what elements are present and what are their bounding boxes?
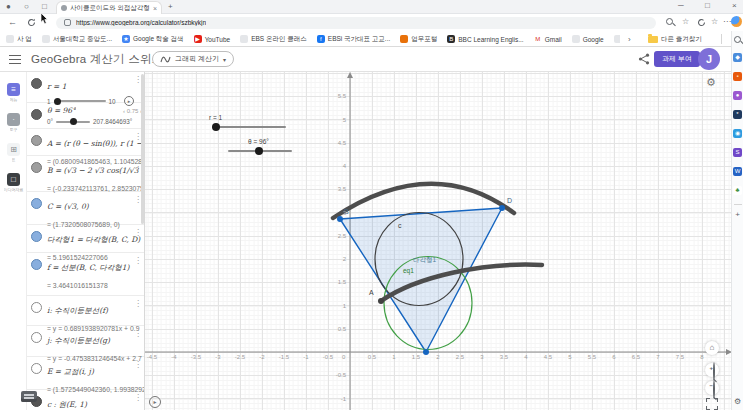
- bookmark-item[interactable]: 업무포털: [400, 35, 437, 44]
- left-strip-item[interactable]: ≡ 메뉴: [0, 83, 27, 102]
- algebra-row[interactable]: B = (√3 − 2 √3 cos(1/√3 θ), = (-0.233742…: [27, 156, 144, 192]
- assign-task-button[interactable]: 과제 부여: [654, 51, 700, 67]
- url-field[interactable]: https://www.geogebra.org/calculator/szbk…: [56, 17, 656, 29]
- sidebar-settings-icon[interactable]: ⚙: [734, 397, 741, 406]
- other-favorites-folder[interactable]: 다른 즐겨찾기: [648, 35, 702, 44]
- visibility-marble[interactable]: [31, 78, 42, 89]
- refresh-icon[interactable]: [27, 18, 36, 27]
- visibility-marble[interactable]: [31, 231, 42, 242]
- left-extension-strip: ≡ 메뉴 · 도구 ⊞ 표 □ 미디어자료: [0, 72, 27, 410]
- zoom-page-icon[interactable]: [666, 18, 673, 25]
- left-strip-item[interactable]: · 도구: [0, 113, 27, 132]
- bookmark-item[interactable]: EBS 온라인 클래스: [240, 35, 307, 44]
- row-menu-icon[interactable]: ⋮: [134, 256, 142, 295]
- animation-play-button[interactable]: ▸: [149, 396, 161, 408]
- slider-handle[interactable]: [70, 118, 77, 125]
- profile-icon[interactable]: ●: [6, 2, 11, 12]
- bookmark-item[interactable]: 사 업: [6, 35, 32, 44]
- visibility-marble[interactable]: [31, 259, 42, 270]
- graphics-settings-gear-icon[interactable]: ⚙: [706, 76, 716, 89]
- browser-profile-avatar[interactable]: [731, 16, 742, 27]
- visibility-marble[interactable]: [31, 135, 42, 146]
- slider-handle[interactable]: [255, 147, 263, 155]
- algebra-row[interactable]: A = (r (θ − sin(θ)), r (1 − cos(θ))) = (…: [27, 129, 144, 156]
- back-icon[interactable]: ←: [8, 17, 17, 27]
- slider-track[interactable]: [56, 121, 90, 123]
- row-menu-icon[interactable]: ⋮: [134, 228, 142, 252]
- new-tab-button[interactable]: +: [168, 2, 173, 12]
- bookmark-item[interactable]: 서울대학교 중앙도...: [42, 35, 112, 44]
- bookmark-item[interactable]: f EBSi 국가대표 고교...: [317, 35, 390, 44]
- row-menu-icon[interactable]: ⋮: [134, 299, 142, 325]
- algebra-row[interactable]: c : 원(E, 1) ⋮: [27, 390, 144, 410]
- visibility-marble[interactable]: [31, 302, 42, 313]
- visibility-marble[interactable]: [31, 198, 42, 209]
- bookmark-item[interactable]: ▶ YouTube: [194, 35, 231, 43]
- menu-hamburger-icon[interactable]: [9, 55, 21, 64]
- sidebar-add-icon[interactable]: +: [735, 210, 740, 219]
- bookmarks-overflow-icon[interactable]: ›: [628, 35, 631, 44]
- algebra-scrollbar[interactable]: [141, 74, 144, 224]
- more-options-icon[interactable]: ⋯: [723, 17, 731, 26]
- url-text: https://www.geogebra.org/calculator/szbk…: [76, 19, 206, 26]
- visibility-marble[interactable]: [31, 332, 42, 343]
- favorites-star-icon[interactable]: ☆: [682, 17, 689, 26]
- vertical-tabs-icon[interactable]: □: [42, 2, 47, 12]
- row-menu-icon[interactable]: ⋮: [134, 329, 142, 356]
- visibility-marble[interactable]: [31, 109, 42, 120]
- sidebar-search-icon[interactable]: [734, 36, 741, 43]
- algebra-row-theta[interactable]: θ = 96° ‹ 0.75 › 0° 207.8464693°: [27, 103, 144, 129]
- sidebar-app-icon[interactable]: ◆: [733, 53, 742, 62]
- bookmark-favicon: [400, 35, 408, 43]
- left-strip-item[interactable]: □ 미디어자료: [0, 173, 27, 192]
- tick-layer: -4.5-4-3.5-3-2.5-2-1.5-1-0.50.511.522.53…: [145, 72, 732, 410]
- bookmark-item[interactable]: B BBC Learning Englis...: [447, 35, 523, 43]
- bookmark-item[interactable]: Google: [572, 35, 604, 43]
- tab-close-icon[interactable]: ×: [153, 5, 157, 12]
- browser-tab[interactable]: 사이클로이드와 외접삼각형 - Ge... ×: [56, 1, 162, 14]
- visibility-marble[interactable]: [31, 162, 42, 173]
- row-menu-icon[interactable]: ⋮: [134, 360, 142, 389]
- slider-handle[interactable]: [212, 123, 220, 131]
- sync-icon[interactable]: [697, 18, 706, 27]
- visibility-marble[interactable]: [31, 363, 42, 374]
- sidebar-app-icon[interactable]: S: [733, 148, 742, 157]
- fullscreen-button[interactable]: [706, 398, 718, 410]
- graphics-slider-theta[interactable]: [228, 150, 292, 152]
- sidebar-app-icon[interactable]: ◉: [733, 129, 742, 138]
- animation-speed[interactable]: ‹ 0.75 ›: [123, 108, 142, 114]
- window-close-button[interactable]: ×: [732, 1, 737, 10]
- window-minimize-button[interactable]: ─: [678, 1, 684, 10]
- collections-icon[interactable]: ☆: [711, 17, 718, 26]
- algebra-row[interactable]: i: 수직이등분선(f) = y = 0.6891938920781x + 0.…: [27, 296, 144, 326]
- app-select-dropdown[interactable]: 그래픽 계산기 ▾: [152, 51, 234, 67]
- algebra-row[interactable]: E = 교점(i, j) = (1.5725449042360, 1.99382…: [27, 357, 144, 390]
- algebra-row[interactable]: 다각형1 = 다각형(B, C, D) = 5.1961524227066 ⋮: [27, 225, 144, 253]
- graphics-view[interactable]: B D c 다각형1 eq1 A -4.5-4-3.5-3-2.5-2-1.5-…: [145, 72, 732, 410]
- sidebar-app-icon[interactable]: ♣: [733, 186, 742, 195]
- sidebar-app-icon[interactable]: ●: [733, 91, 742, 100]
- keyboard-toggle-icon[interactable]: [21, 391, 37, 402]
- algebra-row[interactable]: j: 수직이등분선(g) = y = -0.4753831246454x + 2…: [27, 326, 144, 357]
- tab-group-icon[interactable]: ○: [24, 2, 29, 12]
- window-maximize-button[interactable]: □: [705, 1, 710, 10]
- bookmark-item[interactable]: M Gmail: [534, 35, 562, 43]
- bookmark-item[interactable]: ★ Google 학술 검색: [122, 35, 184, 44]
- algebra-row-r[interactable]: r = 1 1 10 ▸ ⋮: [27, 72, 144, 103]
- home-view-button[interactable]: ⌂: [705, 341, 719, 355]
- sidebar-app-icon[interactable]: W: [733, 167, 742, 176]
- row-menu-icon[interactable]: ⋮: [134, 393, 142, 410]
- page-info-icon[interactable]: [64, 19, 71, 26]
- zoom-out-button[interactable]: −: [705, 381, 719, 395]
- share-icon[interactable]: [638, 53, 650, 65]
- algebra-row[interactable]: C = (√3, 0) = (1.7320508075689, 0) ⋮: [27, 192, 144, 225]
- slider-track[interactable]: [54, 100, 106, 102]
- bookmark-item[interactable]: Bing: [614, 35, 620, 43]
- sidebar-app-icon[interactable]: *: [733, 110, 742, 119]
- geogebra-avatar[interactable]: J: [698, 48, 720, 70]
- graphics-slider-r[interactable]: [212, 126, 286, 128]
- sidebar-app-icon[interactable]: ▪: [733, 72, 742, 81]
- algebra-row[interactable]: f = 선분(B, C, 다각형1) = 3.4641016151378 ⋮: [27, 253, 144, 296]
- left-strip-item[interactable]: ⊞ 표: [0, 143, 27, 162]
- zoom-in-button[interactable]: +: [705, 363, 719, 377]
